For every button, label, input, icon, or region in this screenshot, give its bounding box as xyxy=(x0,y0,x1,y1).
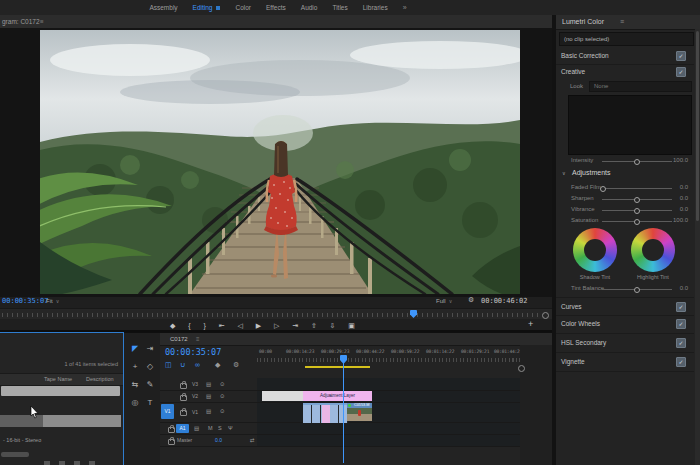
slider-knob[interactable] xyxy=(634,197,640,203)
workspace-tab-effects[interactable]: Effects xyxy=(266,4,286,11)
section-creative[interactable]: Creative ✓ xyxy=(556,64,694,79)
lock-icon[interactable] xyxy=(180,383,187,389)
project-scrollbar-thumb[interactable] xyxy=(1,452,29,457)
saturation-slider[interactable] xyxy=(602,221,672,222)
timeline-playhead[interactable] xyxy=(340,355,347,364)
work-area-bar[interactable] xyxy=(305,366,370,368)
solo-button[interactable]: S xyxy=(218,425,222,431)
checkbox-basic-correction[interactable]: ✓ xyxy=(676,51,686,61)
section-curves[interactable]: Curves ✓ xyxy=(556,297,694,316)
slider-knob[interactable] xyxy=(634,208,640,214)
track-select-forward-tool[interactable]: ⇥ xyxy=(144,343,156,355)
panel-menu-icon[interactable]: ≡ xyxy=(196,333,200,345)
eye-icon[interactable]: ⊙ xyxy=(220,408,225,414)
track-master[interactable]: Master 0.0 ⇄ xyxy=(160,434,520,447)
monitor-current-timecode[interactable]: 00:00:35:07 xyxy=(2,297,48,305)
nest-sequences-icon[interactable]: ◫ xyxy=(165,361,172,369)
snap-icon[interactable]: ∪ xyxy=(180,361,185,369)
tint-balance-slider[interactable] xyxy=(602,289,672,290)
lock-icon[interactable] xyxy=(168,439,175,445)
workspace-tab-editing[interactable]: Editing xyxy=(193,4,221,11)
master-level-value[interactable]: 0.0 xyxy=(215,437,222,443)
razor-tool[interactable]: ◇ xyxy=(144,361,156,373)
checkbox-curves[interactable]: ✓ xyxy=(676,302,686,312)
faded-film-slider[interactable] xyxy=(602,188,672,189)
clip-generic[interactable] xyxy=(262,391,304,401)
adjustments-header[interactable]: ∨ Adjustments xyxy=(556,168,694,180)
selected-list-row[interactable] xyxy=(0,415,121,427)
workspace-tab-titles[interactable]: Titles xyxy=(332,4,347,11)
workspace-tab-assembly[interactable]: Assembly xyxy=(149,4,177,11)
monitor-zoom-select[interactable]: Fit∨ xyxy=(46,298,59,304)
lumetri-scrollbar[interactable] xyxy=(695,29,700,465)
slider-knob[interactable] xyxy=(634,287,640,293)
eye-icon[interactable]: ⊙ xyxy=(220,381,225,387)
checkbox-color-wheels[interactable]: ✓ xyxy=(676,319,686,329)
button-editor-plus[interactable]: + xyxy=(528,319,533,329)
lumetri-tab[interactable]: Lumetri Color ≡ xyxy=(556,15,700,30)
column-description[interactable]: Description xyxy=(86,376,114,382)
list-row-highlight[interactable] xyxy=(1,386,120,396)
monitor-scrubber[interactable] xyxy=(0,308,552,319)
eye-icon[interactable]: ⊙ xyxy=(220,393,225,399)
clip-sequence-segments[interactable] xyxy=(303,403,348,423)
slider-knob[interactable] xyxy=(634,219,640,225)
workspace-tab-color[interactable]: Color xyxy=(235,4,251,11)
slider-knob[interactable] xyxy=(634,159,640,165)
scrubber-zoom-handle[interactable] xyxy=(542,312,549,319)
checkbox-creative[interactable]: ✓ xyxy=(676,67,686,77)
highlight-tint-wheel[interactable] xyxy=(631,228,675,272)
workspace-tab-libraries[interactable]: Libraries xyxy=(363,4,388,11)
mic-icon[interactable]: Ψ xyxy=(228,425,233,431)
sequence-tab[interactable]: C0172 ≡ xyxy=(160,333,552,346)
slip-tool[interactable]: ⇆ xyxy=(129,379,141,391)
source-patch-a1[interactable]: A1 xyxy=(176,424,189,433)
sync-lock-icon[interactable]: ▤ xyxy=(206,381,211,387)
sync-lock-icon[interactable]: ▤ xyxy=(206,408,211,414)
hand-tool[interactable]: ◎ xyxy=(129,397,141,409)
selection-tool[interactable]: ◤ xyxy=(129,343,141,355)
sharpen-slider[interactable] xyxy=(602,199,672,200)
program-monitor-tab[interactable]: gram: C0172 ≡ xyxy=(0,15,552,29)
track-v1[interactable]: V1 V1 ▤ ⊙ C0153.M xyxy=(160,402,520,423)
lock-icon[interactable] xyxy=(180,395,187,401)
shadow-tint-wheel[interactable] xyxy=(573,228,617,272)
clip-c0153[interactable]: C0153.M xyxy=(347,403,372,421)
monitor-resolution-select[interactable]: Full∨ xyxy=(436,298,452,304)
column-tape-name[interactable]: Tape Name xyxy=(44,376,72,382)
workspace-overflow-icon[interactable]: » xyxy=(403,4,407,11)
sync-lock-icon[interactable]: ▤ xyxy=(194,425,199,431)
section-hsl-secondary[interactable]: HSL Secondary ✓ xyxy=(556,334,694,353)
intensity-slider[interactable] xyxy=(602,161,672,162)
mute-button[interactable]: M xyxy=(208,425,213,431)
linked-selection-icon[interactable]: ∞ xyxy=(195,361,200,368)
clip-pink-segment[interactable] xyxy=(322,405,330,423)
panel-menu-icon[interactable]: ≡ xyxy=(620,15,624,29)
source-patch-v1[interactable]: V1 xyxy=(161,404,174,419)
intensity-value[interactable]: 100.0 xyxy=(673,157,688,163)
look-preview-thumbnail[interactable] xyxy=(568,95,692,155)
add-marker-icon[interactable]: ◆ xyxy=(215,361,220,369)
lock-icon[interactable] xyxy=(180,410,187,416)
vibrance-slider[interactable] xyxy=(602,210,672,211)
checkbox-hsl-secondary[interactable]: ✓ xyxy=(676,338,686,348)
timeline-zoom-handle[interactable] xyxy=(518,365,525,372)
ripple-edit-tool[interactable]: + xyxy=(129,361,141,373)
monitor-settings-icon[interactable]: ⚙ xyxy=(468,296,474,304)
checkbox-vignette[interactable]: ✓ xyxy=(676,357,686,367)
section-vignette[interactable]: Vignette ✓ xyxy=(556,353,694,372)
timeline-settings-icon[interactable]: ⚙ xyxy=(233,361,239,369)
section-color-wheels[interactable]: Color Wheels ✓ xyxy=(556,315,694,334)
panel-menu-icon[interactable]: ≡ xyxy=(40,15,44,28)
collapse-icon[interactable]: ⇄ xyxy=(250,437,255,443)
workspace-tab-audio[interactable]: Audio xyxy=(301,4,318,11)
slider-knob[interactable] xyxy=(600,186,606,192)
pen-tool[interactable]: ✎ xyxy=(144,379,156,391)
section-basic-correction[interactable]: Basic Correction ✓ xyxy=(556,48,694,65)
look-select[interactable]: None xyxy=(589,81,692,92)
adjustment-layer-clip[interactable]: fxAdjustment Layer xyxy=(303,391,372,401)
type-tool[interactable]: T xyxy=(144,397,156,409)
lock-icon[interactable] xyxy=(168,427,175,433)
timeline-current-timecode[interactable]: 00:00:35:07 xyxy=(165,347,221,357)
scrollbar-thumb[interactable] xyxy=(696,31,699,221)
